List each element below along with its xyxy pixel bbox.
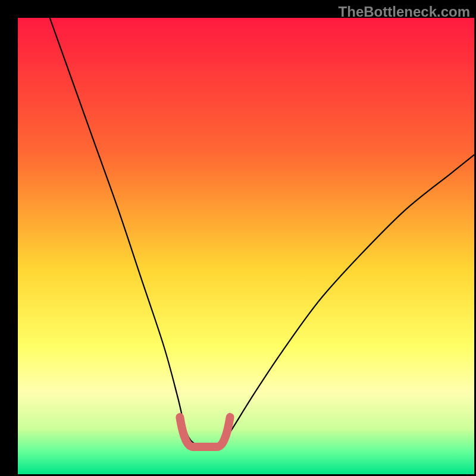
bottleneck-chart: [0, 0, 476, 476]
chart-root: TheBottleneck.com: [0, 0, 476, 476]
watermark-text: TheBottleneck.com: [339, 4, 470, 20]
